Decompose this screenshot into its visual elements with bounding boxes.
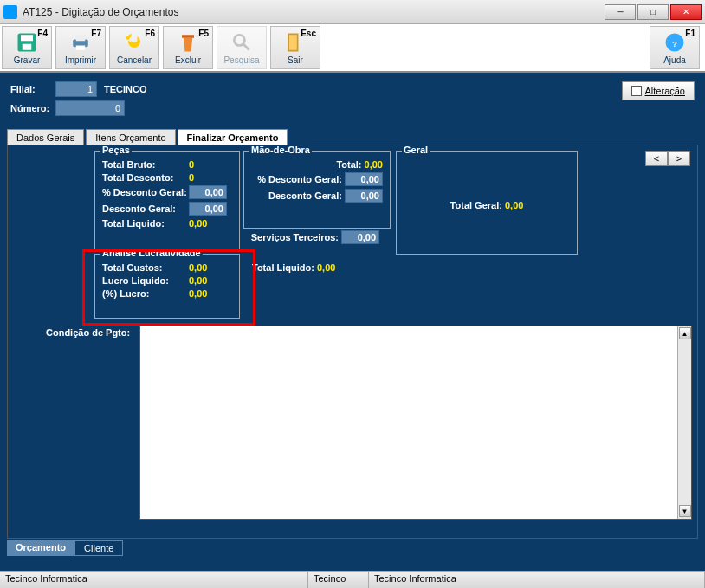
- scroll-down-button[interactable]: ▼: [679, 505, 691, 517]
- status-bar: Tecinco Informatica Tecinco Tecinco Info…: [0, 571, 705, 588]
- help-icon: ?: [663, 30, 687, 55]
- minimize-button[interactable]: ─: [605, 4, 636, 20]
- sair-button[interactable]: Esc Sair: [270, 26, 320, 69]
- cancelar-button[interactable]: F6 Cancelar: [109, 26, 159, 69]
- main-tabs: Dados Gerais Itens Orçamento Finalizar O…: [7, 128, 698, 145]
- gravar-button[interactable]: F4 Gravar: [2, 26, 52, 69]
- status-company: Tecinco Informatica: [0, 572, 308, 588]
- tab-dados-gerais[interactable]: Dados Gerais: [7, 129, 84, 145]
- pecas-group: Peças Total Bruto:0 Total Desconto:0 % D…: [94, 151, 240, 251]
- undo-icon: [122, 30, 146, 55]
- numero-input[interactable]: [55, 100, 125, 116]
- svg-text:?: ?: [672, 39, 677, 48]
- close-button[interactable]: ✕: [670, 4, 702, 20]
- tab-cliente[interactable]: Cliente: [74, 540, 123, 556]
- svg-rect-1: [21, 35, 33, 41]
- search-icon: [230, 30, 254, 55]
- condicao-pgto-list[interactable]: ▲ ▼: [139, 326, 692, 520]
- imprimir-button[interactable]: F7 Imprimir: [55, 26, 106, 69]
- tab-itens-orcamento[interactable]: Itens Orçamento: [86, 129, 175, 145]
- svg-line-8: [243, 44, 249, 50]
- window-title: AT125 - Digitação de Orçamentos: [23, 6, 605, 18]
- servicos-terceiros-row: Serviços Terceiros:: [243, 230, 379, 244]
- delete-icon: [176, 30, 200, 55]
- pecas-desc-geral-input[interactable]: [189, 202, 227, 216]
- nav-next-button[interactable]: >: [668, 151, 690, 166]
- pesquisa-button: Pesquisa: [217, 26, 267, 69]
- content-panel: < > Peças Total Bruto:0 Total Desconto:0…: [7, 145, 698, 539]
- nav-prev-button[interactable]: <: [645, 151, 668, 166]
- condicao-pgto-label: Condição de Pgto:: [46, 327, 130, 338]
- numero-label: Número:: [10, 103, 55, 113]
- app-icon: [3, 5, 17, 19]
- print-icon: [68, 30, 93, 55]
- scroll-up-button[interactable]: ▲: [679, 327, 691, 339]
- svg-rect-4: [76, 35, 86, 41]
- filial-label: Filial:: [10, 84, 55, 94]
- svg-rect-2: [23, 44, 32, 50]
- mao-de-obra-group: Mão-de-Obra Total: 0,00 % Desconto Geral…: [243, 151, 391, 229]
- tab-orcamento[interactable]: Orçamento: [7, 540, 74, 556]
- toolbar: F4 Gravar F7 Imprimir F6 Cancelar F5 Exc…: [0, 24, 705, 73]
- svg-rect-5: [76, 46, 86, 50]
- scrollbar[interactable]: ▲ ▼: [677, 326, 691, 519]
- ajuda-button[interactable]: F1 ? Ajuda: [650, 26, 700, 69]
- maximize-button[interactable]: □: [637, 4, 669, 20]
- mao-pct-desc-input[interactable]: [345, 172, 383, 186]
- filial-name: TECINCO: [104, 84, 147, 94]
- analise-lucratividade-group: Análise Lucratividade Total Custos:0,00 …: [94, 254, 240, 319]
- alteracao-checkbox[interactable]: [631, 86, 642, 96]
- svg-rect-10: [289, 35, 297, 50]
- mao-desc-geral-input[interactable]: [345, 189, 383, 203]
- header-area: Filial: TECINCO Número: Alteração: [0, 73, 705, 128]
- mao-total-liquido: Total Liquido: 0,00: [252, 262, 335, 273]
- status-short: Tecinco: [308, 572, 369, 588]
- svg-rect-6: [182, 35, 194, 38]
- status-company2: Tecinco Informatica: [369, 572, 705, 588]
- pecas-pct-desc-input[interactable]: [189, 185, 227, 199]
- alteracao-button[interactable]: Alteração: [622, 81, 695, 100]
- filial-input[interactable]: [55, 81, 97, 97]
- excluir-button[interactable]: F5 Excluir: [163, 26, 213, 69]
- serv-terceiros-input[interactable]: [341, 230, 379, 244]
- title-bar: AT125 - Digitação de Orçamentos ─ □ ✕: [0, 0, 705, 24]
- geral-group: Geral Total Geral: 0,00: [396, 151, 578, 255]
- tab-finalizar-orcamento[interactable]: Finalizar Orçamento: [178, 129, 288, 145]
- svg-point-7: [234, 35, 244, 45]
- bottom-tabs: Orçamento Cliente: [7, 540, 698, 556]
- save-icon: [15, 30, 39, 55]
